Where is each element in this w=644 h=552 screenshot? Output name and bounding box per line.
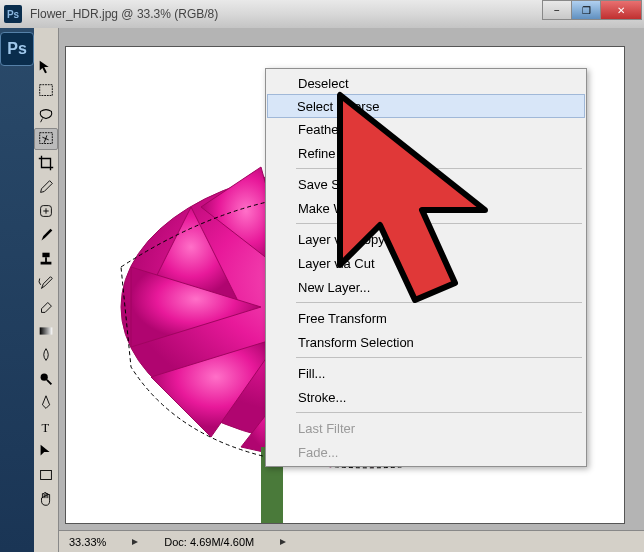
tools-panel: T [34,28,59,552]
crop-tool-icon[interactable] [34,152,58,174]
menu-item-layer-via-cut[interactable]: Layer via Cut [268,251,584,275]
blur-tool-icon[interactable] [34,344,58,366]
svg-text:T: T [42,421,50,435]
close-button[interactable]: ✕ [600,0,642,20]
svg-rect-4 [40,327,53,334]
svg-rect-7 [41,471,52,480]
menu-item-fill[interactable]: Fill... [268,361,584,385]
menu-item-refine-edge[interactable]: Refine Edge... [268,141,584,165]
menu-item-layer-via-copy[interactable]: Layer via Copy [268,227,584,251]
status-arrow-icon[interactable] [130,537,140,547]
gradient-tool-icon[interactable] [34,320,58,342]
doc-size-info: Doc: 4.69M/4.60M [164,536,254,548]
status-bar: 33.33% Doc: 4.69M/4.60M [59,530,644,552]
history-brush-tool-icon[interactable] [34,272,58,294]
marquee-tool-icon[interactable] [34,80,58,102]
menu-separator [296,223,582,224]
eraser-tool-icon[interactable] [34,296,58,318]
menu-item-make-work-path[interactable]: Make Work Path... [268,196,584,220]
context-menu: DeselectSelect InverseFeather...Refine E… [265,68,587,467]
magic-wand-tool-icon[interactable] [34,128,58,150]
menu-item-select-inverse[interactable]: Select Inverse [267,94,585,118]
menu-item-free-transform[interactable]: Free Transform [268,306,584,330]
ps-small-icon: Ps [4,5,22,23]
ps-logo-icon: Ps [0,32,34,66]
path-select-tool-icon[interactable] [34,440,58,462]
menu-item-last-filter: Last Filter [268,416,584,440]
shape-tool-icon[interactable] [34,464,58,486]
menu-separator [296,168,582,169]
move-tool-icon[interactable] [34,56,58,78]
dodge-tool-icon[interactable] [34,368,58,390]
svg-rect-0 [40,85,53,96]
maximize-button[interactable]: ❐ [571,0,601,20]
svg-rect-3 [42,253,49,258]
menu-separator [296,412,582,413]
menu-item-save-selection[interactable]: Save Selection... [268,172,584,196]
status-arrow-icon-2[interactable] [278,537,288,547]
menu-item-deselect[interactable]: Deselect [268,71,584,95]
hand-tool-icon[interactable] [34,488,58,510]
lasso-tool-icon[interactable] [34,104,58,126]
menu-item-fade: Fade... [268,440,584,464]
menu-item-feather[interactable]: Feather... [268,117,584,141]
menu-separator [296,302,582,303]
window-controls: − ❐ ✕ [543,0,642,20]
menu-item-transform-selection[interactable]: Transform Selection [268,330,584,354]
zoom-level[interactable]: 33.33% [69,536,106,548]
svg-point-5 [41,374,48,381]
menu-item-stroke[interactable]: Stroke... [268,385,584,409]
minimize-button[interactable]: − [542,0,572,20]
document-title: Flower_HDR.jpg @ 33.3% (RGB/8) [30,7,218,21]
healing-brush-tool-icon[interactable] [34,200,58,222]
clone-stamp-tool-icon[interactable] [34,248,58,270]
titlebar: Ps Flower_HDR.jpg @ 33.3% (RGB/8) − ❐ ✕ [0,0,644,28]
brush-tool-icon[interactable] [34,224,58,246]
menu-separator [296,357,582,358]
pen-tool-icon[interactable] [34,392,58,414]
left-app-strip: Ps [0,28,34,552]
eyedropper-tool-icon[interactable] [34,176,58,198]
menu-item-new-layer[interactable]: New Layer... [268,275,584,299]
type-tool-icon[interactable]: T [34,416,58,438]
